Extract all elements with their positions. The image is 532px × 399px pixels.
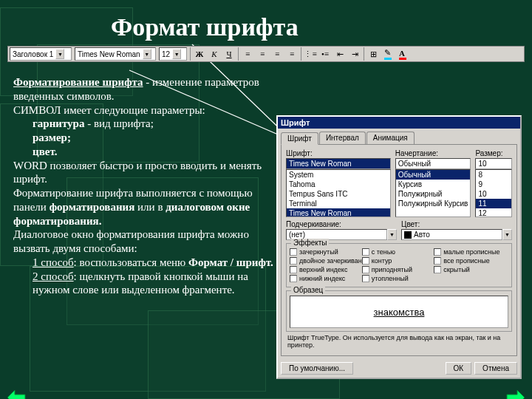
text-run: 2 способ: [33, 270, 74, 282]
align-left-button[interactable]: ≡: [240, 47, 255, 61]
list-item[interactable]: Tahoma: [287, 180, 390, 189]
dialog-titlebar: Шрифт: [278, 117, 520, 129]
style-input[interactable]: Обычный: [395, 158, 471, 169]
prev-slide-button[interactable]: [6, 389, 27, 399]
underline-button[interactable]: Ч: [222, 47, 236, 61]
numbered-list-button[interactable]: ⋮≡: [303, 47, 318, 61]
increase-indent-button[interactable]: ⇥: [347, 47, 362, 61]
text-run: размер;: [33, 131, 287, 145]
size-combo[interactable]: 12 ▼: [159, 47, 187, 61]
text-run: форматирования: [50, 201, 135, 213]
preview-area: знакомства: [290, 296, 508, 328]
size-label: Размер:: [475, 149, 512, 157]
cancel-button[interactable]: Отмена: [474, 362, 517, 375]
italic-button[interactable]: К: [207, 47, 222, 61]
checkbox-smallcaps[interactable]: малые прописные: [434, 248, 506, 256]
color-value: Авто: [401, 229, 502, 240]
font-listbox[interactable]: System Tahoma Tempus Sans ITC Terminal T…: [286, 169, 391, 217]
list-item[interactable]: Полужирный: [396, 189, 471, 199]
chevron-down-icon[interactable]: ▼: [143, 49, 151, 59]
text-run: СИМВОЛ имеет следующие параметры:: [13, 103, 287, 117]
color-value-text: Авто: [414, 231, 430, 239]
checkbox-emboss[interactable]: приподнятый: [362, 266, 434, 273]
checkbox-strikethrough[interactable]: зачеркнутый: [290, 248, 362, 256]
checkbox-shadow[interactable]: с тенью: [362, 248, 434, 256]
style-listbox[interactable]: Обычный Курсив Полужирный Полужирный Кур…: [395, 169, 471, 217]
preview-label: Образец: [291, 286, 325, 294]
font-combo[interactable]: Times New Roman ▼: [75, 47, 156, 61]
chevron-down-icon[interactable]: ▼: [172, 49, 181, 59]
borders-button[interactable]: ⊞: [366, 47, 381, 61]
default-button[interactable]: По умолчанию...: [281, 362, 353, 375]
align-right-button[interactable]: ≡: [270, 47, 284, 61]
tab-spacing[interactable]: Интервал: [319, 132, 366, 144]
list-item[interactable]: Times New Roman: [287, 208, 390, 217]
color-combo[interactable]: Авто ▼: [401, 229, 512, 240]
text-run: 1 способ: [33, 256, 74, 268]
text-run: или в: [134, 201, 166, 213]
slide-body-text: Форматирование шрифта - изменение параме…: [13, 75, 287, 297]
chevron-down-icon[interactable]: ▼: [55, 49, 64, 59]
font-color-button[interactable]: A: [395, 47, 410, 61]
bold-button[interactable]: Ж: [192, 47, 207, 61]
bullet-list-button[interactable]: •≡: [318, 47, 332, 61]
slide-title: Формат шрифта: [111, 13, 532, 41]
highlight-color-button[interactable]: ✎: [381, 47, 395, 61]
text-run: - вид шрифта;: [84, 117, 153, 129]
dialog-tabs: Шрифт Интервал Анимация: [281, 132, 517, 144]
checkbox-allcaps[interactable]: все прописные: [434, 257, 506, 265]
effects-group: Эффекты зачеркнутый с тенью малые пропис…: [286, 243, 512, 287]
list-item[interactable]: Terminal: [287, 199, 390, 208]
list-item[interactable]: 11: [476, 199, 511, 208]
list-item[interactable]: Курсив: [396, 180, 471, 189]
text-run: Диалоговое окно форматирования шрифта мо…: [13, 228, 287, 256]
checkbox-hidden[interactable]: скрытый: [434, 266, 506, 273]
tab-animation[interactable]: Анимация: [366, 132, 415, 144]
list-item[interactable]: Обычный: [396, 170, 471, 180]
svg-marker-3: [507, 390, 525, 399]
list-item[interactable]: System: [287, 170, 390, 180]
next-slide-button[interactable]: [505, 389, 526, 399]
dialog-note: Шрифт TrueType. Он используется для выво…: [287, 334, 511, 349]
style-combo-value: Заголовок 1: [13, 50, 53, 58]
checkbox-superscript[interactable]: верхний индекс: [290, 266, 362, 273]
underline-label: Подчеркивание:: [286, 220, 397, 228]
text-run: цвет.: [33, 145, 287, 159]
chevron-down-icon[interactable]: ▼: [387, 229, 397, 240]
text-run: гарнитура: [33, 117, 84, 129]
text-run: Форматирование шрифта: [13, 76, 143, 88]
align-center-button[interactable]: ≡: [255, 47, 270, 61]
ok-button[interactable]: ОК: [446, 362, 472, 375]
list-item[interactable]: Tempus Sans ITC: [287, 189, 390, 199]
svg-marker-2: [7, 390, 25, 399]
preview-group: Образец знакомства: [286, 290, 512, 332]
color-label: Цвет:: [401, 220, 512, 228]
decrease-indent-button[interactable]: ⇤: [332, 47, 347, 61]
list-item[interactable]: Полужирный Курсив: [396, 199, 471, 208]
size-input[interactable]: 10: [475, 158, 512, 169]
font-label: Шрифт:: [286, 149, 391, 157]
list-item[interactable]: 8: [476, 170, 511, 180]
text-run: : воспользоваться меню: [74, 256, 188, 268]
font-input[interactable]: Times New Roman: [286, 158, 391, 169]
checkbox-outline[interactable]: контур: [362, 257, 434, 265]
formatting-toolbar: Заголовок 1 ▼ Times New Roman ▼ 12 ▼ Ж К…: [7, 46, 525, 62]
size-listbox[interactable]: 8 9 10 11 12: [475, 169, 512, 217]
checkbox-dblstrike[interactable]: двойное зачеркивание: [290, 257, 362, 265]
align-justify-button[interactable]: ≡: [284, 47, 299, 61]
text-run: WORD позволяет быстро и просто вводить и…: [13, 159, 287, 187]
text-run: Формат / шрифт.: [188, 256, 273, 268]
checkbox-subscript[interactable]: нижний индекс: [290, 275, 362, 282]
chevron-down-icon[interactable]: ▼: [502, 229, 512, 240]
style-label: Начертание:: [395, 149, 471, 157]
list-item[interactable]: 12: [476, 208, 511, 217]
tab-font[interactable]: Шрифт: [281, 132, 318, 145]
size-combo-value: 12: [162, 50, 170, 58]
list-item[interactable]: 10: [476, 189, 511, 199]
effects-label: Эффекты: [291, 239, 329, 247]
font-dialog: Шрифт Шрифт Интервал Анимация Шрифт: Tim…: [276, 115, 522, 379]
font-combo-value: Times New Roman: [78, 50, 140, 58]
list-item[interactable]: 9: [476, 180, 511, 189]
checkbox-engrave[interactable]: утопленный: [362, 275, 434, 282]
style-combo[interactable]: Заголовок 1 ▼: [10, 47, 72, 61]
